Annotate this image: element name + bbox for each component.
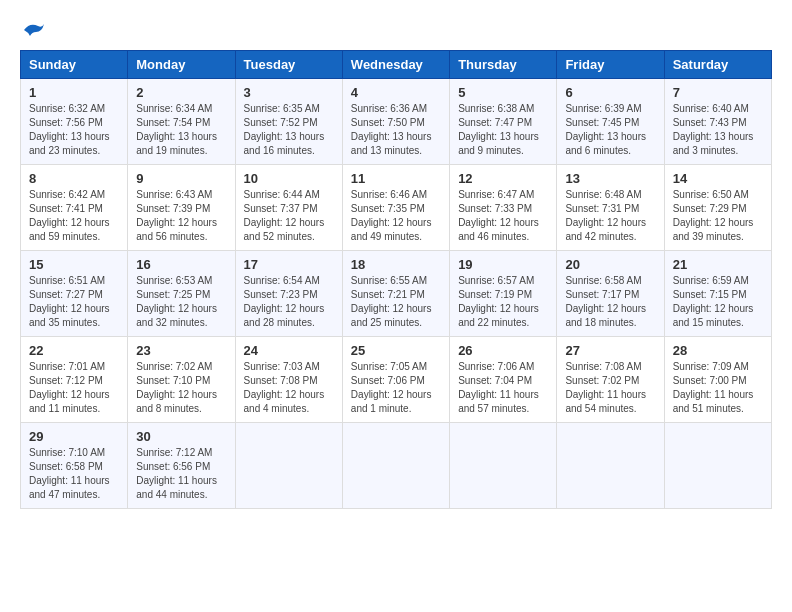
day-number: 29 xyxy=(29,429,119,444)
day-info: Sunrise: 6:53 AM Sunset: 7:25 PM Dayligh… xyxy=(136,274,226,330)
empty-cell xyxy=(235,423,342,509)
calendar-day-6: 6 Sunrise: 6:39 AM Sunset: 7:45 PM Dayli… xyxy=(557,79,664,165)
day-info: Sunrise: 6:59 AM Sunset: 7:15 PM Dayligh… xyxy=(673,274,763,330)
weekday-header-tuesday: Tuesday xyxy=(235,51,342,79)
weekday-header-wednesday: Wednesday xyxy=(342,51,449,79)
day-info: Sunrise: 6:58 AM Sunset: 7:17 PM Dayligh… xyxy=(565,274,655,330)
day-number: 11 xyxy=(351,171,441,186)
day-number: 2 xyxy=(136,85,226,100)
calendar-day-27: 27 Sunrise: 7:08 AM Sunset: 7:02 PM Dayl… xyxy=(557,337,664,423)
calendar-day-18: 18 Sunrise: 6:55 AM Sunset: 7:21 PM Dayl… xyxy=(342,251,449,337)
day-number: 15 xyxy=(29,257,119,272)
day-number: 14 xyxy=(673,171,763,186)
day-number: 18 xyxy=(351,257,441,272)
day-info: Sunrise: 6:38 AM Sunset: 7:47 PM Dayligh… xyxy=(458,102,548,158)
day-info: Sunrise: 6:36 AM Sunset: 7:50 PM Dayligh… xyxy=(351,102,441,158)
day-info: Sunrise: 7:08 AM Sunset: 7:02 PM Dayligh… xyxy=(565,360,655,416)
calendar-day-3: 3 Sunrise: 6:35 AM Sunset: 7:52 PM Dayli… xyxy=(235,79,342,165)
day-info: Sunrise: 6:51 AM Sunset: 7:27 PM Dayligh… xyxy=(29,274,119,330)
day-info: Sunrise: 6:35 AM Sunset: 7:52 PM Dayligh… xyxy=(244,102,334,158)
calendar-day-24: 24 Sunrise: 7:03 AM Sunset: 7:08 PM Dayl… xyxy=(235,337,342,423)
day-number: 5 xyxy=(458,85,548,100)
day-info: Sunrise: 6:50 AM Sunset: 7:29 PM Dayligh… xyxy=(673,188,763,244)
day-number: 4 xyxy=(351,85,441,100)
calendar-day-5: 5 Sunrise: 6:38 AM Sunset: 7:47 PM Dayli… xyxy=(450,79,557,165)
day-info: Sunrise: 6:40 AM Sunset: 7:43 PM Dayligh… xyxy=(673,102,763,158)
day-info: Sunrise: 6:44 AM Sunset: 7:37 PM Dayligh… xyxy=(244,188,334,244)
calendar-day-7: 7 Sunrise: 6:40 AM Sunset: 7:43 PM Dayli… xyxy=(664,79,771,165)
day-number: 8 xyxy=(29,171,119,186)
logo-bird-icon xyxy=(22,20,46,40)
day-number: 25 xyxy=(351,343,441,358)
weekday-header-thursday: Thursday xyxy=(450,51,557,79)
calendar-week-4: 22 Sunrise: 7:01 AM Sunset: 7:12 PM Dayl… xyxy=(21,337,772,423)
calendar-day-21: 21 Sunrise: 6:59 AM Sunset: 7:15 PM Dayl… xyxy=(664,251,771,337)
day-number: 23 xyxy=(136,343,226,358)
calendar-day-23: 23 Sunrise: 7:02 AM Sunset: 7:10 PM Dayl… xyxy=(128,337,235,423)
day-number: 24 xyxy=(244,343,334,358)
calendar-day-16: 16 Sunrise: 6:53 AM Sunset: 7:25 PM Dayl… xyxy=(128,251,235,337)
calendar-day-9: 9 Sunrise: 6:43 AM Sunset: 7:39 PM Dayli… xyxy=(128,165,235,251)
day-number: 16 xyxy=(136,257,226,272)
calendar-day-15: 15 Sunrise: 6:51 AM Sunset: 7:27 PM Dayl… xyxy=(21,251,128,337)
weekday-header-row: SundayMondayTuesdayWednesdayThursdayFrid… xyxy=(21,51,772,79)
calendar-day-12: 12 Sunrise: 6:47 AM Sunset: 7:33 PM Dayl… xyxy=(450,165,557,251)
day-info: Sunrise: 6:42 AM Sunset: 7:41 PM Dayligh… xyxy=(29,188,119,244)
day-number: 21 xyxy=(673,257,763,272)
calendar-week-3: 15 Sunrise: 6:51 AM Sunset: 7:27 PM Dayl… xyxy=(21,251,772,337)
day-info: Sunrise: 7:06 AM Sunset: 7:04 PM Dayligh… xyxy=(458,360,548,416)
day-number: 6 xyxy=(565,85,655,100)
day-number: 20 xyxy=(565,257,655,272)
calendar-day-4: 4 Sunrise: 6:36 AM Sunset: 7:50 PM Dayli… xyxy=(342,79,449,165)
day-number: 27 xyxy=(565,343,655,358)
day-number: 1 xyxy=(29,85,119,100)
calendar-day-25: 25 Sunrise: 7:05 AM Sunset: 7:06 PM Dayl… xyxy=(342,337,449,423)
calendar-day-19: 19 Sunrise: 6:57 AM Sunset: 7:19 PM Dayl… xyxy=(450,251,557,337)
day-info: Sunrise: 6:57 AM Sunset: 7:19 PM Dayligh… xyxy=(458,274,548,330)
day-info: Sunrise: 7:01 AM Sunset: 7:12 PM Dayligh… xyxy=(29,360,119,416)
logo xyxy=(20,20,46,40)
calendar-day-8: 8 Sunrise: 6:42 AM Sunset: 7:41 PM Dayli… xyxy=(21,165,128,251)
day-info: Sunrise: 7:09 AM Sunset: 7:00 PM Dayligh… xyxy=(673,360,763,416)
day-info: Sunrise: 6:34 AM Sunset: 7:54 PM Dayligh… xyxy=(136,102,226,158)
empty-cell xyxy=(664,423,771,509)
page-header xyxy=(20,20,772,40)
calendar-table: SundayMondayTuesdayWednesdayThursdayFrid… xyxy=(20,50,772,509)
day-info: Sunrise: 7:05 AM Sunset: 7:06 PM Dayligh… xyxy=(351,360,441,416)
calendar-day-13: 13 Sunrise: 6:48 AM Sunset: 7:31 PM Dayl… xyxy=(557,165,664,251)
day-info: Sunrise: 6:39 AM Sunset: 7:45 PM Dayligh… xyxy=(565,102,655,158)
calendar-day-2: 2 Sunrise: 6:34 AM Sunset: 7:54 PM Dayli… xyxy=(128,79,235,165)
day-number: 17 xyxy=(244,257,334,272)
calendar-day-17: 17 Sunrise: 6:54 AM Sunset: 7:23 PM Dayl… xyxy=(235,251,342,337)
day-number: 26 xyxy=(458,343,548,358)
weekday-header-sunday: Sunday xyxy=(21,51,128,79)
day-info: Sunrise: 6:47 AM Sunset: 7:33 PM Dayligh… xyxy=(458,188,548,244)
day-info: Sunrise: 6:43 AM Sunset: 7:39 PM Dayligh… xyxy=(136,188,226,244)
empty-cell xyxy=(557,423,664,509)
day-number: 12 xyxy=(458,171,548,186)
day-number: 19 xyxy=(458,257,548,272)
calendar-day-22: 22 Sunrise: 7:01 AM Sunset: 7:12 PM Dayl… xyxy=(21,337,128,423)
empty-cell xyxy=(342,423,449,509)
calendar-day-1: 1 Sunrise: 6:32 AM Sunset: 7:56 PM Dayli… xyxy=(21,79,128,165)
calendar-week-5: 29 Sunrise: 7:10 AM Sunset: 6:58 PM Dayl… xyxy=(21,423,772,509)
calendar-day-11: 11 Sunrise: 6:46 AM Sunset: 7:35 PM Dayl… xyxy=(342,165,449,251)
calendar-day-26: 26 Sunrise: 7:06 AM Sunset: 7:04 PM Dayl… xyxy=(450,337,557,423)
calendar-week-2: 8 Sunrise: 6:42 AM Sunset: 7:41 PM Dayli… xyxy=(21,165,772,251)
day-number: 28 xyxy=(673,343,763,358)
day-number: 3 xyxy=(244,85,334,100)
day-number: 22 xyxy=(29,343,119,358)
day-info: Sunrise: 6:46 AM Sunset: 7:35 PM Dayligh… xyxy=(351,188,441,244)
day-info: Sunrise: 6:32 AM Sunset: 7:56 PM Dayligh… xyxy=(29,102,119,158)
calendar-day-20: 20 Sunrise: 6:58 AM Sunset: 7:17 PM Dayl… xyxy=(557,251,664,337)
day-info: Sunrise: 7:12 AM Sunset: 6:56 PM Dayligh… xyxy=(136,446,226,502)
day-info: Sunrise: 7:03 AM Sunset: 7:08 PM Dayligh… xyxy=(244,360,334,416)
day-info: Sunrise: 6:48 AM Sunset: 7:31 PM Dayligh… xyxy=(565,188,655,244)
calendar-day-30: 30 Sunrise: 7:12 AM Sunset: 6:56 PM Dayl… xyxy=(128,423,235,509)
weekday-header-monday: Monday xyxy=(128,51,235,79)
empty-cell xyxy=(450,423,557,509)
calendar-week-1: 1 Sunrise: 6:32 AM Sunset: 7:56 PM Dayli… xyxy=(21,79,772,165)
calendar-day-28: 28 Sunrise: 7:09 AM Sunset: 7:00 PM Dayl… xyxy=(664,337,771,423)
day-info: Sunrise: 6:54 AM Sunset: 7:23 PM Dayligh… xyxy=(244,274,334,330)
day-number: 13 xyxy=(565,171,655,186)
